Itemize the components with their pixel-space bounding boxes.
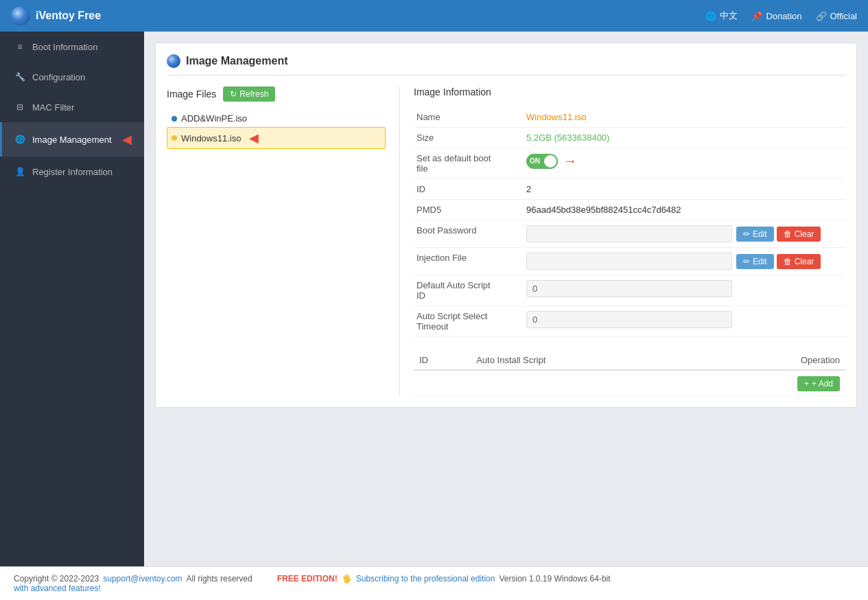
label-auto-script-timeout: Auto Script SelectTimeout (414, 306, 524, 337)
add-script-button[interactable]: + + Add (797, 376, 840, 391)
sidebar-item-image-management[interactable]: 🌐 Image Management ◀ (0, 122, 144, 157)
toggle-label: ON (530, 157, 540, 165)
main-content: Image Management Image Files ↻ Refresh (144, 32, 868, 566)
image-info-title: Image Information (414, 86, 845, 97)
info-row-default-auto-script-id: Default Auto ScriptID (414, 275, 845, 306)
value-default-boot: ON → (524, 148, 845, 179)
value-default-auto-script-id (524, 275, 845, 306)
image-management-panel: Image Management Image Files ↻ Refresh (155, 43, 857, 408)
sidebar-item-register-information[interactable]: 👤 Register Information (0, 157, 144, 187)
file-name: Windows11.iso (181, 133, 241, 143)
label-injection-file: Injection File (414, 248, 524, 275)
selected-arrow-icon: ◀ (249, 130, 259, 146)
pro-link[interactable]: Subscribing to the professional edition (356, 574, 495, 584)
app-header: iVentoy Free 🌐 中文 📌 Donation 🔗 Official (0, 0, 868, 32)
donation-button[interactable]: 📌 Donation (751, 11, 801, 21)
active-arrow-icon: ◀ (122, 132, 132, 147)
default-boot-toggle[interactable]: ON (526, 154, 558, 169)
logo-icon (11, 6, 30, 25)
script-add-row: + + Add (414, 370, 845, 396)
info-row-pmd5: PMD5 96aad45bd38e95bf882451cc4c7d6482 (414, 200, 845, 220)
label-default-boot: Set as default bootfile (414, 148, 524, 179)
default-auto-script-id-input[interactable] (526, 280, 732, 297)
hand-icon: 🖐 (342, 574, 352, 584)
globe-nav-icon: 🌐 (14, 134, 25, 145)
info-row-boot-password: Boot Password ✏ Edit (414, 220, 845, 248)
toggle-knob (544, 155, 556, 168)
image-files-title: Image Files (167, 89, 216, 100)
image-files-header: Image Files ↻ Refresh (167, 86, 386, 102)
file-item-addwinpe[interactable]: ADD&WinPE.iso (167, 110, 386, 127)
app-logo: iVentoy Free (11, 6, 705, 25)
sidebar-label: MAC Filter (32, 102, 74, 113)
injection-file-input[interactable] (526, 253, 732, 270)
file-item-windows11[interactable]: Windows11.iso ◀ (167, 127, 386, 149)
sidebar-item-configuration[interactable]: 🔧 Configuration (0, 62, 144, 92)
value-id: 2 (524, 179, 845, 200)
official-button[interactable]: 🔗 Official (816, 11, 858, 21)
boot-password-group: ✏ Edit 🗑 Clear (526, 225, 843, 242)
sidebar-label: Boot Information (32, 42, 97, 52)
info-row-id: ID 2 (414, 179, 845, 200)
lang-switch[interactable]: 🌐 中文 (705, 10, 738, 22)
main-layout: ≡ Boot Information 🔧 Configuration ⊟ MAC… (0, 32, 868, 566)
panel-body: Image Files ↻ Refresh ADD&WinPE.iso (167, 86, 845, 396)
footer-row: Copyright © 2022-2023 support@iventoy.co… (14, 574, 854, 584)
image-info-table: Name Windows11.iso Size 5.2GB (563363840… (414, 107, 845, 337)
support-email-link[interactable]: support@iventoy.com (103, 574, 182, 584)
label-default-auto-script-id: Default Auto ScriptID (414, 275, 524, 306)
official-icon: 🔗 (816, 11, 827, 21)
info-row-size: Size 5.2GB (5633638400) (414, 128, 845, 148)
add-row-cell: + + Add (414, 370, 845, 396)
toggle-container: ON → (526, 153, 843, 169)
image-info-pane: Image Information Name Windows11.iso Siz… (400, 86, 845, 396)
footer-row-2: with advanced features! (14, 584, 854, 593)
label-pmd5: PMD5 (414, 200, 524, 220)
info-row-injection-file: Injection File ✏ Edit (414, 248, 845, 275)
value-size: 5.2GB (5633638400) (524, 128, 845, 148)
script-table: ID Auto Install Script Operation + (414, 351, 845, 396)
auto-script-timeout-input[interactable] (526, 311, 732, 328)
advanced-features-link[interactable]: with advanced features! (14, 584, 101, 593)
file-dot-icon (172, 135, 177, 141)
injection-file-buttons: ✏ Edit 🗑 Clear (736, 254, 821, 269)
edit-icon: ✏ (743, 257, 750, 266)
boot-password-input[interactable] (526, 225, 732, 242)
footer: Copyright © 2022-2023 support@iventoy.co… (0, 566, 868, 600)
toggle-arrow-icon: → (563, 153, 577, 169)
value-boot-password: ✏ Edit 🗑 Clear (524, 220, 845, 248)
col-auto-install-script: Auto Install Script (471, 351, 701, 370)
filter-icon: ⊟ (14, 102, 25, 113)
boot-password-buttons: ✏ Edit 🗑 Clear (736, 227, 821, 242)
label-size: Size (414, 128, 524, 148)
refresh-icon: ↻ (230, 89, 237, 99)
label-boot-password: Boot Password (414, 220, 524, 248)
image-files-pane: Image Files ↻ Refresh ADD&WinPE.iso (167, 86, 400, 396)
sidebar-item-mac-filter[interactable]: ⊟ MAC Filter (0, 92, 144, 122)
trash-icon: 🗑 (784, 257, 792, 266)
lang-icon: 🌐 (705, 11, 716, 21)
boot-password-clear-button[interactable]: 🗑 Clear (777, 227, 821, 242)
script-table-header: ID Auto Install Script Operation (414, 351, 845, 370)
list-icon: ≡ (14, 41, 25, 52)
user-icon: 👤 (14, 166, 25, 177)
sidebar-label: Configuration (32, 72, 85, 82)
sidebar: ≡ Boot Information 🔧 Configuration ⊟ MAC… (0, 32, 144, 566)
copyright-text: Copyright © 2022-2023 (14, 574, 99, 584)
info-row-auto-script-timeout: Auto Script SelectTimeout (414, 306, 845, 337)
file-list: ADD&WinPE.iso Windows11.iso ◀ (167, 110, 386, 149)
panel-title: Image Management (167, 54, 845, 76)
app-title: iVentoy Free (36, 10, 101, 22)
injection-file-clear-button[interactable]: 🗑 Clear (777, 254, 821, 269)
free-edition-badge: FREE EDITION! (277, 574, 338, 584)
script-section: ID Auto Install Script Operation + (414, 351, 845, 396)
trash-icon: 🗑 (784, 229, 792, 239)
injection-file-edit-button[interactable]: ✏ Edit (736, 254, 774, 269)
injection-file-group: ✏ Edit 🗑 Clear (526, 253, 843, 270)
label-name: Name (414, 107, 524, 128)
sidebar-label: Image Management (32, 135, 112, 145)
boot-password-edit-button[interactable]: ✏ Edit (736, 227, 774, 242)
refresh-button[interactable]: ↻ Refresh (223, 86, 275, 102)
sidebar-item-boot-information[interactable]: ≡ Boot Information (0, 32, 144, 62)
donation-icon: 📌 (751, 11, 762, 21)
